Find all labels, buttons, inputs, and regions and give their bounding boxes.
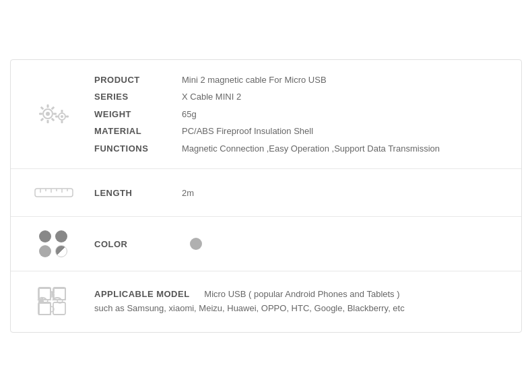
svg-rect-2: [47, 104, 49, 108]
product-info-section: PRODUCT Mini 2 magnetic cable For Micro …: [11, 60, 521, 170]
svg-rect-7: [51, 106, 55, 110]
material-label: MATERIAL: [94, 125, 182, 138]
color-dot: [190, 238, 202, 250]
svg-rect-13: [61, 121, 63, 123]
svg-rect-8: [40, 117, 44, 121]
length-content: LENGTH 2m: [81, 187, 505, 200]
swatch-4: [55, 245, 67, 257]
svg-rect-5: [53, 112, 57, 115]
svg-rect-6: [40, 106, 44, 110]
svg-rect-9: [51, 117, 55, 121]
svg-rect-4: [39, 112, 42, 115]
svg-rect-15: [66, 115, 69, 117]
applicable-model-content: APPLICABLE MODEL Micro USB ( popular And…: [81, 288, 505, 316]
svg-rect-14: [55, 115, 58, 117]
spec-table: PRODUCT Mini 2 magnetic cable For Micro …: [94, 73, 505, 156]
swatch-2: [55, 230, 67, 242]
color-label: COLOR: [94, 238, 182, 251]
functions-value: Magnetic Connection ,Easy Operation ,Sup…: [182, 142, 505, 156]
length-value: 2m: [182, 187, 194, 200]
color-spec: COLOR: [94, 238, 505, 251]
swatch-3: [39, 245, 51, 257]
color-swatches-icon: [27, 230, 81, 257]
product-value: Mini 2 magnetic cable For Micro USB: [182, 73, 505, 87]
svg-rect-26: [53, 302, 65, 315]
svg-point-11: [61, 115, 63, 118]
svg-rect-25: [38, 302, 51, 315]
svg-rect-3: [47, 120, 49, 123]
applicable-model-section: APPLICABLE MODEL Micro USB ( popular And…: [11, 271, 521, 332]
swatch-1: [39, 230, 51, 242]
length-spec: LENGTH 2m: [94, 187, 505, 200]
svg-rect-12: [61, 110, 63, 112]
applicable-line2-value: such as Samsung, xiaomi, Meizu, Huawei, …: [94, 302, 505, 316]
product-spec-card: PRODUCT Mini 2 magnetic cable For Micro …: [10, 59, 522, 333]
applicable-label: APPLICABLE MODEL: [94, 289, 190, 299]
series-value: X Cable MINI 2: [182, 90, 505, 104]
gear-icon: [27, 98, 81, 131]
ruler-icon: [27, 183, 81, 203]
applicable-line1-value: Micro USB ( popular Android Phones and T…: [204, 289, 399, 299]
color-section: COLOR: [11, 217, 521, 271]
svg-point-1: [46, 112, 50, 116]
applicable-spec: APPLICABLE MODEL Micro USB ( popular And…: [94, 288, 505, 316]
color-content: COLOR: [81, 238, 505, 251]
weight-label: WEIGHT: [94, 108, 182, 121]
material-value: PC/ABS Fireproof Insulation Shell: [182, 125, 505, 138]
length-label: LENGTH: [94, 187, 182, 200]
product-info-content: PRODUCT Mini 2 magnetic cable For Micro …: [81, 73, 505, 156]
series-label: SERIES: [94, 90, 182, 104]
puzzle-icon: [27, 285, 81, 319]
weight-value: 65g: [182, 108, 505, 121]
length-section: LENGTH 2m: [11, 169, 521, 217]
functions-label: FUNCTIONS: [94, 142, 182, 156]
product-label: PRODUCT: [94, 73, 182, 87]
